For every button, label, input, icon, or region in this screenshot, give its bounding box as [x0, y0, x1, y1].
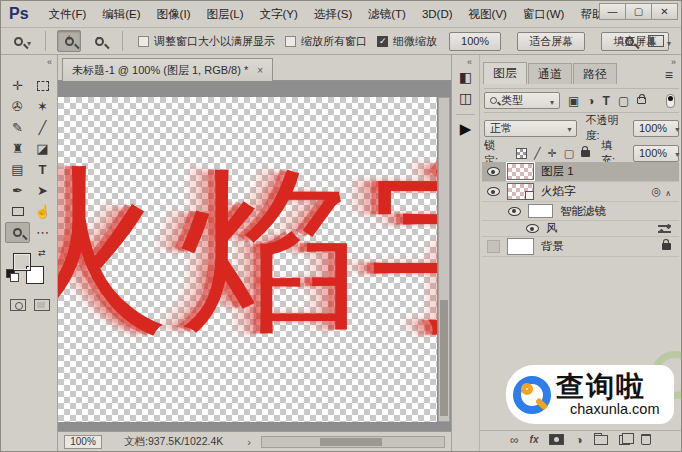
menu-item-select[interactable]: 选择(S) — [306, 7, 360, 22]
layer-row-layer1[interactable]: 图层 1 — [482, 162, 679, 182]
layer-row-fire-text[interactable]: 火焰字 ◎ — [482, 182, 679, 202]
tab-paths[interactable]: 路径 — [573, 63, 617, 84]
swap-colors-icon[interactable]: ⇄ — [38, 248, 46, 258]
menu-item-filter[interactable]: 滤镜(T) — [360, 7, 414, 22]
tab-channels[interactable]: 通道 — [528, 63, 572, 84]
visibility-eye-icon[interactable] — [487, 187, 500, 196]
status-zoom-field[interactable]: 100% — [64, 435, 102, 449]
menu-item-type[interactable]: 文字(Y) — [252, 7, 306, 22]
tool-lasso[interactable]: ✇ — [5, 96, 30, 117]
vertical-scrollbar-thumb[interactable] — [440, 300, 448, 416]
horizontal-scrollbar[interactable] — [261, 436, 445, 448]
close-button[interactable]: ✕ — [651, 3, 678, 20]
collapse-panel-icon[interactable]: « — [467, 57, 471, 67]
workspace-switcher[interactable] — [648, 32, 671, 50]
panel-actions-icon[interactable]: ▶ — [458, 120, 474, 138]
zoom-in-button[interactable] — [57, 30, 81, 52]
minimize-button[interactable]: — — [599, 3, 626, 20]
tool-eraser[interactable]: ◪ — [30, 138, 55, 159]
panel-menu-icon[interactable]: ≡ — [665, 67, 673, 83]
layer-name[interactable]: 图层 1 — [541, 164, 574, 179]
zoom-100-button[interactable]: 100% — [449, 32, 501, 51]
quick-mask-button[interactable] — [10, 299, 26, 311]
tab-close-icon[interactable]: × — [257, 65, 263, 76]
visibility-eye-well[interactable] — [487, 240, 500, 253]
layer-row-background[interactable]: 背景 — [482, 237, 679, 257]
tool-magic-wand[interactable]: ✶ — [30, 96, 55, 117]
link-layers-button[interactable]: ∞ — [510, 433, 519, 447]
blend-mode-dropdown[interactable]: 正常 — [484, 120, 577, 137]
new-layer-button[interactable] — [619, 435, 630, 445]
resize-windows-option[interactable]: 调整窗口大小以满屏显示 — [138, 34, 275, 49]
lock-position-icon[interactable]: ✛ — [548, 147, 557, 160]
menu-item-image[interactable]: 图像(I) — [149, 7, 199, 22]
collapse-panel-icon[interactable]: » — [671, 57, 675, 67]
filter-options-icon[interactable] — [658, 224, 671, 233]
layer-name[interactable]: 背景 — [541, 239, 564, 254]
tool-zoom[interactable] — [5, 222, 30, 243]
visibility-eye-icon[interactable] — [508, 207, 521, 216]
screen-mode-button[interactable] — [34, 299, 50, 311]
current-tool-chip[interactable] — [11, 30, 34, 52]
menu-item-3d[interactable]: 3D(D) — [414, 8, 461, 20]
layer-thumbnail[interactable] — [507, 163, 534, 180]
foreground-color-swatch[interactable] — [13, 253, 31, 271]
filter-shape-icon[interactable]: ▢ — [618, 94, 629, 108]
tool-pen[interactable]: ✒ — [5, 180, 30, 201]
menu-item-view[interactable]: 视图(V) — [461, 7, 515, 22]
collapse-filters-icon[interactable] — [665, 186, 671, 198]
menu-item-edit[interactable]: 编辑(E) — [94, 7, 148, 22]
fit-screen-button[interactable]: 适合屏幕 — [517, 32, 585, 51]
layer-thumbnail[interactable] — [507, 238, 534, 255]
filter-smart-object-icon[interactable] — [637, 97, 646, 104]
filter-type-layers-icon[interactable]: T — [603, 94, 610, 108]
menu-item-file[interactable]: 文件(F) — [41, 7, 95, 22]
adjustment-layer-button[interactable]: ◑ — [575, 433, 582, 447]
tab-layers[interactable]: 图层 — [483, 62, 527, 84]
scrubby-zoom-checkbox[interactable] — [377, 36, 388, 47]
tool-brush[interactable]: ╱ — [30, 117, 55, 138]
panel-adjustments-icon[interactable]: ◧ — [458, 69, 474, 85]
smart-filters-label[interactable]: 智能滤镜 — [560, 204, 606, 219]
filter-name[interactable]: 风 — [546, 221, 557, 236]
search-icon[interactable] — [625, 37, 634, 46]
maximize-button[interactable]: ▢ — [625, 3, 652, 20]
fill-dropdown[interactable]: 100% — [633, 145, 679, 162]
visibility-eye-icon[interactable] — [526, 224, 539, 233]
tool-more[interactable]: ⋯ — [30, 222, 55, 243]
tool-eyedropper[interactable]: ✎ — [5, 117, 30, 138]
smart-filter-icon[interactable]: ◎ — [652, 185, 662, 198]
tool-hand[interactable]: ☝ — [30, 201, 55, 222]
document-tab[interactable]: 未标题-1 @ 100% (图层 1, RGB/8) * × — [62, 58, 273, 81]
scrubby-zoom-option[interactable]: 细微缩放 — [377, 34, 437, 49]
lock-pixels-icon[interactable]: ╱ — [534, 147, 541, 160]
lock-transparency-icon[interactable] — [516, 148, 527, 159]
smart-filters-row[interactable]: 智能滤镜 — [482, 202, 679, 221]
canvas[interactable]: 火焰字 — [58, 97, 437, 422]
wind-filter-row[interactable]: 风 — [482, 221, 679, 237]
tool-type[interactable]: T — [30, 159, 55, 180]
horizontal-scrollbar-thumb[interactable] — [320, 438, 382, 446]
delete-layer-button[interactable] — [641, 434, 651, 445]
layer-thumbnail[interactable] — [507, 183, 534, 200]
filter-type-dropdown[interactable]: 类型 — [484, 92, 560, 109]
smart-filter-thumbnail[interactable] — [528, 204, 553, 218]
vertical-scrollbar[interactable] — [438, 97, 450, 422]
filter-toggle-pin[interactable] — [666, 94, 675, 108]
filter-adjustment-icon[interactable]: ◑ — [587, 94, 594, 108]
lock-artboard-icon[interactable]: ▢ — [564, 147, 574, 160]
status-chevron-icon[interactable]: › — [247, 436, 251, 448]
tool-rectangle[interactable] — [5, 201, 30, 222]
zoom-all-windows-option[interactable]: 缩放所有窗口 — [285, 34, 367, 49]
tool-marquee[interactable] — [30, 75, 55, 96]
filter-pixel-icon[interactable]: ▣ — [568, 94, 579, 108]
menu-item-layer[interactable]: 图层(L) — [198, 7, 251, 22]
collapse-panel-icon[interactable]: « — [47, 57, 51, 67]
opacity-dropdown[interactable]: 100% — [633, 120, 679, 137]
tool-gradient[interactable]: ▤ — [5, 159, 30, 180]
lock-all-icon[interactable] — [581, 150, 590, 157]
menu-item-window[interactable]: 窗口(W) — [515, 7, 573, 22]
zoom-out-button[interactable] — [87, 30, 111, 52]
tool-clone-stamp[interactable]: ♜ — [5, 138, 30, 159]
panel-styles-icon[interactable]: ◫ — [458, 90, 474, 106]
